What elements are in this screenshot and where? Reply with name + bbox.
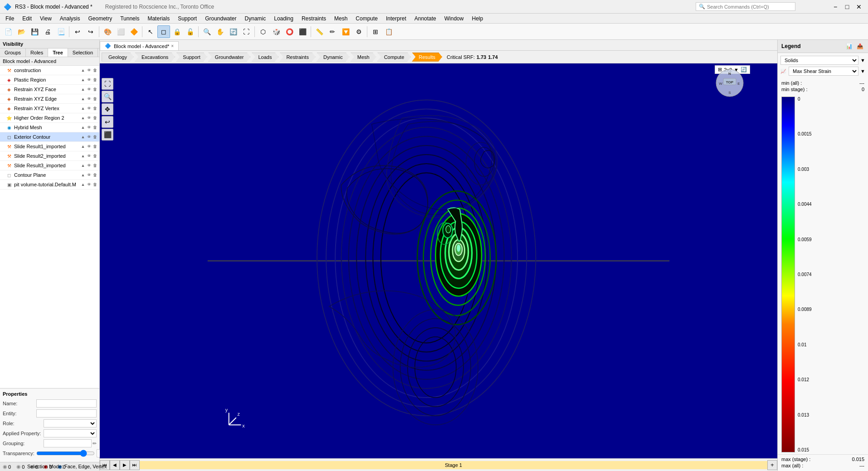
solid-type-select[interactable]: Solids xyxy=(780,56,858,65)
new-button[interactable]: 📄 xyxy=(2,25,15,38)
redo-button[interactable]: ↪ xyxy=(84,25,97,38)
tab-roles[interactable]: Roles xyxy=(26,49,48,57)
workflow-step-loads[interactable]: Loads xyxy=(251,53,278,62)
tree-item-del-8[interactable]: 🗑 xyxy=(92,144,98,149)
tree-item-4[interactable]: ◈ Restrain XYZ Vertex ▲ 👁 🗑 xyxy=(0,104,99,113)
workflow-step-geology[interactable]: Geology xyxy=(102,53,134,62)
tree-item-del-10[interactable]: 🗑 xyxy=(92,163,98,168)
pan-tool[interactable]: ✥ xyxy=(102,103,113,115)
tree-item-9[interactable]: ⚒ Slide Result2_imported ▲ 👁 🗑 xyxy=(0,151,99,161)
prop-role-select[interactable] xyxy=(44,419,97,427)
menu-item-groundwater[interactable]: Groundwater xyxy=(201,15,240,23)
tree-item-del-2[interactable]: 🗑 xyxy=(92,87,98,92)
stage-add-button[interactable]: + xyxy=(767,460,777,470)
tree-item-eye-8[interactable]: 👁 xyxy=(86,144,92,149)
legend-export-icon[interactable]: 📤 xyxy=(855,42,864,51)
tree-item-del-7[interactable]: 🗑 xyxy=(92,135,98,139)
zoom-extent-tool[interactable]: ⛶ xyxy=(102,78,113,90)
tree-item-del-0[interactable]: 🗑 xyxy=(92,68,98,73)
workflow-step-results[interactable]: Results xyxy=(412,53,442,62)
menu-item-mesh[interactable]: Mesh xyxy=(331,15,351,23)
tree-item-up-2[interactable]: ▲ xyxy=(80,87,86,92)
open-button[interactable]: 📂 xyxy=(15,25,28,38)
tree-item-2[interactable]: ◈ Restrain XYZ Face ▲ 👁 🗑 xyxy=(0,85,99,94)
search-input[interactable] xyxy=(707,4,789,10)
legend-chart-icon[interactable]: 📊 xyxy=(844,42,853,51)
tree-item-0[interactable]: ⚒ construction ▲ 👁 🗑 xyxy=(0,66,99,75)
menu-item-analysis[interactable]: Analysis xyxy=(56,15,84,23)
select-tool-button[interactable]: ◻ xyxy=(157,25,170,38)
search-bar[interactable]: 🔍 xyxy=(696,2,795,11)
annotate-button[interactable]: ✏ xyxy=(326,25,339,38)
tree-item-8[interactable]: ⚒ Slide Result1_imported ▲ 👁 🗑 xyxy=(0,142,99,151)
menu-item-support[interactable]: Support xyxy=(174,15,200,23)
tree-item-10[interactable]: ⚒ Slide Result3_imported ▲ 👁 🗑 xyxy=(0,161,99,170)
tree-item-del-6[interactable]: 🗑 xyxy=(92,125,98,130)
tree-item-eye-5[interactable]: 👁 xyxy=(86,116,92,120)
menu-item-restraints[interactable]: Restraints xyxy=(298,15,330,23)
contour-dropdown-icon[interactable]: ▼ xyxy=(860,68,865,74)
tree-item-eye-6[interactable]: 👁 xyxy=(86,125,92,130)
tree-item-up-4[interactable]: ▲ xyxy=(80,106,86,111)
shape-button[interactable]: 🔶 xyxy=(127,25,140,38)
tree-item-5[interactable]: ⭐ Higher Order Region 2 ▲ 👁 🗑 xyxy=(0,113,99,123)
prop-applied-select[interactable] xyxy=(44,429,97,437)
menu-item-edit[interactable]: Edit xyxy=(19,15,35,23)
tree-item-up-12[interactable]: ▲ xyxy=(80,182,86,187)
tree-item-eye-9[interactable]: 👁 xyxy=(86,154,92,158)
tree-item-del-12[interactable]: 🗑 xyxy=(92,182,98,187)
menu-item-dynamic[interactable]: Dynamic xyxy=(241,15,270,23)
tree-item-6[interactable]: ◉ Hybrid Mesh ▲ 👁 🗑 xyxy=(0,123,99,132)
contour-type-select[interactable]: Max Shear Strain xyxy=(789,67,858,76)
tree-item-up-10[interactable]: ▲ xyxy=(80,163,86,168)
workflow-step-groundwater[interactable]: Groundwater xyxy=(208,53,251,62)
stage-last-button[interactable]: ⏭ xyxy=(130,460,140,470)
undo-button[interactable]: ↩ xyxy=(71,25,84,38)
tree-item-1[interactable]: ◈ Plastic Region ▲ 👁 🗑 xyxy=(0,75,99,85)
tree-item-up-11[interactable]: ▲ xyxy=(80,173,86,177)
grid-btn[interactable]: ⊞ xyxy=(369,25,382,38)
print-button[interactable]: 🖨 xyxy=(41,25,54,38)
transparency-slider[interactable] xyxy=(36,450,95,457)
tree-item-del-5[interactable]: 🗑 xyxy=(92,116,98,120)
tree-item-eye-1[interactable]: 👁 xyxy=(86,78,92,82)
workflow-step-restraints[interactable]: Restraints xyxy=(279,53,316,62)
workflow-step-dynamic[interactable]: Dynamic xyxy=(317,53,350,62)
orbit-button[interactable]: 🔄 xyxy=(227,25,239,38)
zoom-in-tool[interactable]: 🔍 xyxy=(102,91,113,102)
tree-item-del-4[interactable]: 🗑 xyxy=(92,106,98,111)
pan-button[interactable]: ✋ xyxy=(214,25,226,38)
tree-item-eye-11[interactable]: 👁 xyxy=(86,173,92,177)
settings-button[interactable]: ⚙ xyxy=(352,25,365,38)
minimize-button[interactable]: − xyxy=(830,1,841,12)
tree-item-12[interactable]: ▣ pit volume-tutorial.Default.M ▲ 👁 🗑 xyxy=(0,180,99,189)
viewport-tab[interactable]: 🔷 Block model - Advanced* × xyxy=(100,41,179,50)
menu-item-compute[interactable]: Compute xyxy=(352,15,381,23)
tree-item-up-7[interactable]: ▲ xyxy=(80,135,86,139)
menu-item-file[interactable]: File xyxy=(2,15,18,23)
maximize-button[interactable]: □ xyxy=(842,1,853,12)
layers-button[interactable]: 📋 xyxy=(382,25,395,38)
prop-entity-input[interactable] xyxy=(36,409,97,418)
menu-item-tunnels[interactable]: Tunnels xyxy=(117,15,143,23)
tree-item-up-5[interactable]: ▲ xyxy=(80,116,86,120)
print2-button[interactable]: 📃 xyxy=(54,25,67,38)
save-button[interactable]: 💾 xyxy=(28,25,41,38)
lock-button[interactable]: 🔒 xyxy=(171,25,183,38)
tree-item-eye-12[interactable]: 👁 xyxy=(86,182,92,187)
menu-item-loading[interactable]: Loading xyxy=(270,15,297,23)
stage-prev-button[interactable]: ◀ xyxy=(110,460,120,470)
select-button[interactable]: ⬜ xyxy=(114,25,127,38)
workflow-step-mesh[interactable]: Mesh xyxy=(351,53,376,62)
undo-view-tool[interactable]: ↩ xyxy=(102,116,113,128)
tab-tree[interactable]: Tree xyxy=(48,49,68,57)
close-button[interactable]: ✕ xyxy=(853,1,864,12)
menu-item-view[interactable]: View xyxy=(36,15,55,23)
tree-item-up-9[interactable]: ▲ xyxy=(80,154,86,158)
fit-view-tool[interactable]: ⬛ xyxy=(102,129,113,141)
tree-item-eye-4[interactable]: 👁 xyxy=(86,106,92,111)
tab-groups[interactable]: Groups xyxy=(0,49,26,57)
cube-button[interactable]: 🎲 xyxy=(270,25,283,38)
tree-item-eye-0[interactable]: 👁 xyxy=(86,68,92,73)
tree-item-del-1[interactable]: 🗑 xyxy=(92,78,98,82)
